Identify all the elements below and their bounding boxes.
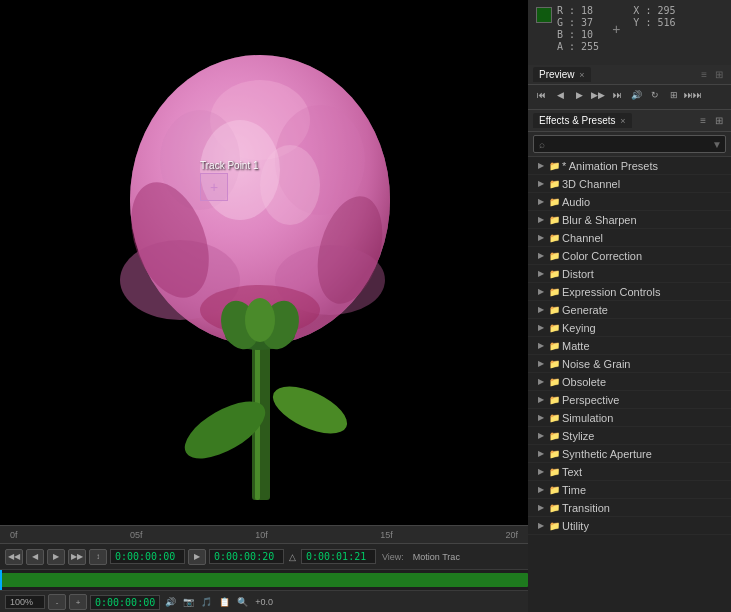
current-time-display[interactable]: 0:00:00:00 bbox=[110, 549, 185, 564]
effect-label-channel: Channel bbox=[562, 232, 603, 244]
folder-icon-transition: 📁 bbox=[549, 503, 559, 513]
effect-item-animation-presets[interactable]: ▶ 📁 * Animation Presets bbox=[528, 157, 731, 175]
effect-item-expression-controls[interactable]: ▶ 📁 Expression Controls bbox=[528, 283, 731, 301]
delta-symbol: △ bbox=[287, 552, 298, 562]
effect-item-perspective[interactable]: ▶ 📁 Perspective bbox=[528, 391, 731, 409]
prev-play-btn[interactable]: ▶ bbox=[571, 88, 587, 102]
effect-item-noise-grain[interactable]: ▶ 📁 Noise & Grain bbox=[528, 355, 731, 373]
zoom-level[interactable]: 100% bbox=[5, 595, 45, 609]
viewer-panel: Track Point 1 + bbox=[0, 0, 528, 525]
effect-item-obsolete[interactable]: ▶ 📁 Obsolete bbox=[528, 373, 731, 391]
arrow-simulation: ▶ bbox=[536, 413, 546, 423]
prev-extra-btn[interactable]: ⏭⏭ bbox=[685, 88, 701, 102]
zoom-in-btn[interactable]: + bbox=[69, 594, 87, 610]
transport-start-btn[interactable]: ◀◀ bbox=[5, 549, 23, 565]
effect-label-synthetic-aperture: Synthetic Aperture bbox=[562, 448, 652, 460]
effect-label-utility: Utility bbox=[562, 520, 589, 532]
icon-btn-5[interactable]: 🔍 bbox=[235, 597, 250, 607]
effect-label-color-correction: Color Correction bbox=[562, 250, 642, 262]
effect-item-stylize[interactable]: ▶ 📁 Stylize bbox=[528, 427, 731, 445]
bottom-time-display[interactable]: 0:00:00:00 bbox=[90, 595, 160, 610]
arrow-expression-controls: ▶ bbox=[536, 287, 546, 297]
prev-loop-btn[interactable]: ↻ bbox=[647, 88, 663, 102]
effect-label-transition: Transition bbox=[562, 502, 610, 514]
arrow-3d-channel: ▶ bbox=[536, 179, 546, 189]
effect-item-color-correction[interactable]: ▶ 📁 Color Correction bbox=[528, 247, 731, 265]
effect-item-blur-sharpen[interactable]: ▶ 📁 Blur & Sharpen bbox=[528, 211, 731, 229]
delta-label: +0.0 bbox=[253, 597, 275, 607]
effects-menu-icon[interactable]: ≡ bbox=[697, 115, 709, 126]
preview-tab-label: Preview bbox=[539, 69, 575, 80]
prev-forward-btn[interactable]: ▶▶ bbox=[590, 88, 606, 102]
effect-label-expression-controls: Expression Controls bbox=[562, 286, 660, 298]
prev-render-btn[interactable]: ⊞ bbox=[666, 88, 682, 102]
end-time-display[interactable]: 0:00:00:20 bbox=[209, 549, 284, 564]
effect-item-synthetic-aperture[interactable]: ▶ 📁 Synthetic Aperture bbox=[528, 445, 731, 463]
effects-presets-tab[interactable]: Effects & Presets × bbox=[533, 113, 632, 128]
zoom-out-btn[interactable]: - bbox=[48, 594, 66, 610]
plus-divider: + bbox=[607, 21, 625, 37]
icon-btn-3[interactable]: 🎵 bbox=[199, 597, 214, 607]
tool-arrow-btn[interactable]: ↕ bbox=[89, 549, 107, 565]
preview-tab[interactable]: Preview × bbox=[533, 67, 591, 82]
panel-menu-btn[interactable]: ≡ bbox=[701, 69, 707, 80]
effect-item-simulation[interactable]: ▶ 📁 Simulation bbox=[528, 409, 731, 427]
effect-label-perspective: Perspective bbox=[562, 394, 619, 406]
effect-item-generate[interactable]: ▶ 📁 Generate bbox=[528, 301, 731, 319]
color-coord-bar: R : 18 G : 37 B : 10 A : 255 + X : 295 Y… bbox=[528, 0, 731, 65]
effect-item-text[interactable]: ▶ 📁 Text bbox=[528, 463, 731, 481]
prev-audio-btn[interactable]: 🔊 bbox=[628, 88, 644, 102]
timeline-marks: 0f 05f 10f 15f 20f bbox=[10, 530, 518, 540]
effect-label-blur-sharpen: Blur & Sharpen bbox=[562, 214, 637, 226]
effect-item-3d-channel[interactable]: ▶ 📁 3D Channel bbox=[528, 175, 731, 193]
arrow-text: ▶ bbox=[536, 467, 546, 477]
color-swatch bbox=[536, 7, 552, 23]
arrow-generate: ▶ bbox=[536, 305, 546, 315]
effects-search-input[interactable] bbox=[533, 135, 726, 153]
folder-icon-3d-channel: 📁 bbox=[549, 179, 559, 189]
view-label: View: bbox=[379, 552, 407, 562]
transport-prev-btn[interactable]: ◀ bbox=[26, 549, 44, 565]
effect-item-utility[interactable]: ▶ 📁 Utility bbox=[528, 517, 731, 535]
prev-to-start-btn[interactable]: ⏮ bbox=[533, 88, 549, 102]
effect-item-time[interactable]: ▶ 📁 Time bbox=[528, 481, 731, 499]
effects-list[interactable]: ▶ 📁 * Animation Presets ▶ 📁 3D Channel ▶… bbox=[528, 157, 731, 612]
folder-icon-distort: 📁 bbox=[549, 269, 559, 279]
effects-tab-close[interactable]: × bbox=[620, 116, 625, 126]
timeline-track[interactable] bbox=[0, 570, 528, 590]
effects-panel: Effects & Presets × ≡ ⊞ ▼ ▶ 📁 * Animatio… bbox=[528, 110, 731, 612]
effect-label-matte: Matte bbox=[562, 340, 590, 352]
transport-next-btn[interactable]: ▶▶ bbox=[68, 549, 86, 565]
color-r: R : 18 bbox=[557, 5, 599, 16]
track-point-box[interactable]: + bbox=[200, 173, 228, 201]
svg-point-20 bbox=[245, 298, 275, 342]
preview-tab-close[interactable]: × bbox=[579, 70, 584, 80]
effect-item-distort[interactable]: ▶ 📁 Distort bbox=[528, 265, 731, 283]
effects-pin-icon[interactable]: ⊞ bbox=[712, 115, 726, 126]
effect-label-simulation: Simulation bbox=[562, 412, 613, 424]
folder-icon-animation-presets: 📁 bbox=[549, 161, 559, 171]
preview-panel: Preview × ≡ ⊞ ⏮ ◀ ▶ ▶▶ ⏭ 🔊 ↻ ⊞ ⏭⏭ bbox=[528, 65, 731, 110]
prev-to-end-btn[interactable]: ⏭ bbox=[609, 88, 625, 102]
time-nav-btn[interactable]: ▶ bbox=[188, 549, 206, 565]
effect-label-text: Text bbox=[562, 466, 582, 478]
folder-icon-simulation: 📁 bbox=[549, 413, 559, 423]
panel-pin-btn[interactable]: ⊞ bbox=[712, 69, 726, 80]
effect-item-audio[interactable]: ▶ 📁 Audio bbox=[528, 193, 731, 211]
arrow-matte: ▶ bbox=[536, 341, 546, 351]
timeline-panel: 0f 05f 10f 15f 20f ◀◀ ◀ ▶ ▶▶ ↕ 0:00:00:0… bbox=[0, 525, 528, 612]
icon-btn-1[interactable]: 🔊 bbox=[163, 597, 178, 607]
effect-item-transition[interactable]: ▶ 📁 Transition bbox=[528, 499, 731, 517]
effect-item-keying[interactable]: ▶ 📁 Keying bbox=[528, 319, 731, 337]
icon-btn-4[interactable]: 📋 bbox=[217, 597, 232, 607]
track-point-marker[interactable]: Track Point 1 + bbox=[200, 160, 259, 201]
icon-btn-2[interactable]: 📷 bbox=[181, 597, 196, 607]
folder-icon-perspective: 📁 bbox=[549, 395, 559, 405]
effect-item-matte[interactable]: ▶ 📁 Matte bbox=[528, 337, 731, 355]
effect-label-audio: Audio bbox=[562, 196, 590, 208]
timeline-mark-20: 20f bbox=[505, 530, 518, 540]
effect-item-channel[interactable]: ▶ 📁 Channel bbox=[528, 229, 731, 247]
delta-time-display: 0:00:01:21 bbox=[301, 549, 376, 564]
prev-back-btn[interactable]: ◀ bbox=[552, 88, 568, 102]
transport-play-btn[interactable]: ▶ bbox=[47, 549, 65, 565]
